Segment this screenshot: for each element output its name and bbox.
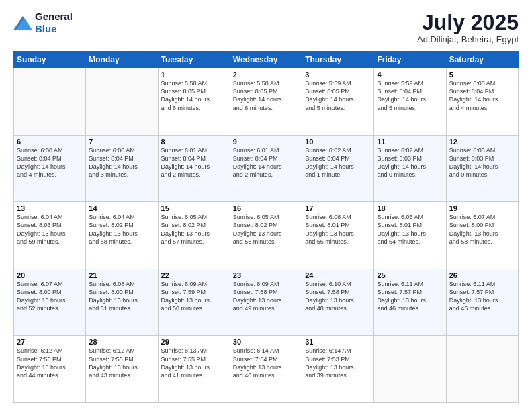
day-number: 4 [377,71,443,79]
cell-content: Sunrise: 6:05 AMSunset: 8:02 PMDaylight:… [161,213,227,246]
calendar-header-row: SundayMondayTuesdayWednesdayThursdayFrid… [14,52,519,68]
calendar-cell: 13Sunrise: 6:04 AMSunset: 8:03 PMDayligh… [14,202,86,269]
calendar-cell: 12Sunrise: 6:03 AMSunset: 8:03 PMDayligh… [446,135,518,202]
cell-content: Sunrise: 5:59 AMSunset: 8:05 PMDaylight:… [305,79,371,112]
calendar-cell: 14Sunrise: 6:04 AMSunset: 8:02 PMDayligh… [86,202,158,269]
cell-content: Sunrise: 6:04 AMSunset: 8:02 PMDaylight:… [89,213,154,246]
logo-icon [13,16,32,30]
calendar-week-4: 20Sunrise: 6:07 AMSunset: 8:00 PMDayligh… [14,269,519,336]
day-number: 26 [449,271,515,279]
month-title: July 2025 [417,11,519,34]
calendar-cell: 4Sunrise: 5:59 AMSunset: 8:04 PMDaylight… [374,68,446,136]
calendar-cell: 7Sunrise: 6:00 AMSunset: 8:04 PMDaylight… [86,135,158,202]
cell-content: Sunrise: 6:07 AMSunset: 8:00 PMDaylight:… [449,213,515,246]
calendar-header-sunday: Sunday [14,52,86,68]
day-number: 21 [89,271,154,279]
cell-content: Sunrise: 5:58 AMSunset: 8:05 PMDaylight:… [233,79,299,112]
day-number: 1 [161,71,227,79]
calendar-cell: 23Sunrise: 6:09 AMSunset: 7:58 PMDayligh… [230,269,302,336]
day-number: 13 [17,204,83,212]
calendar-header-friday: Friday [374,52,446,68]
calendar-cell: 21Sunrise: 6:08 AMSunset: 8:00 PMDayligh… [86,269,158,336]
cell-content: Sunrise: 6:07 AMSunset: 8:00 PMDaylight:… [17,280,83,313]
day-number: 27 [17,338,83,346]
cell-content: Sunrise: 6:00 AMSunset: 8:04 PMDaylight:… [449,79,515,112]
cell-content: Sunrise: 6:04 AMSunset: 8:03 PMDaylight:… [17,213,83,246]
calendar-cell: 10Sunrise: 6:02 AMSunset: 8:04 PMDayligh… [302,135,374,202]
day-number: 15 [161,204,227,212]
cell-content: Sunrise: 6:05 AMSunset: 8:02 PMDaylight:… [233,213,299,246]
day-number: 28 [89,338,154,346]
cell-content: Sunrise: 6:06 AMSunset: 8:01 PMDaylight:… [377,213,443,246]
cell-content: Sunrise: 6:09 AMSunset: 7:58 PMDaylight:… [233,280,299,313]
calendar-cell: 29Sunrise: 6:13 AMSunset: 7:55 PMDayligh… [158,336,230,403]
location: Ad Dilinjat, Beheira, Egypt [417,34,519,44]
logo-text-blue: Blue [35,23,57,34]
day-number: 23 [233,271,299,279]
calendar-cell [86,68,158,136]
cell-content: Sunrise: 6:12 AMSunset: 7:56 PMDaylight:… [17,347,83,379]
day-number: 19 [449,204,515,212]
calendar-cell: 24Sunrise: 6:10 AMSunset: 7:58 PMDayligh… [302,269,374,336]
cell-content: Sunrise: 5:59 AMSunset: 8:04 PMDaylight:… [377,79,443,112]
calendar-header-saturday: Saturday [446,52,518,68]
cell-content: Sunrise: 6:06 AMSunset: 8:01 PMDaylight:… [305,213,371,246]
cell-content: Sunrise: 6:09 AMSunset: 7:59 PMDaylight:… [161,280,227,313]
calendar-cell: 25Sunrise: 6:11 AMSunset: 7:57 PMDayligh… [374,269,446,336]
cell-content: Sunrise: 6:01 AMSunset: 8:04 PMDaylight:… [233,146,299,179]
calendar-cell [14,68,86,136]
calendar-cell: 5Sunrise: 6:00 AMSunset: 8:04 PMDaylight… [446,68,518,136]
cell-content: Sunrise: 6:02 AMSunset: 8:03 PMDaylight:… [377,146,443,179]
cell-content: Sunrise: 6:01 AMSunset: 8:04 PMDaylight:… [161,146,227,179]
calendar-week-2: 6Sunrise: 6:00 AMSunset: 8:04 PMDaylight… [14,135,519,202]
calendar-week-5: 27Sunrise: 6:12 AMSunset: 7:56 PMDayligh… [14,336,519,403]
day-number: 16 [233,204,299,212]
calendar-cell: 11Sunrise: 6:02 AMSunset: 8:03 PMDayligh… [374,135,446,202]
cell-content: Sunrise: 6:02 AMSunset: 8:04 PMDaylight:… [305,146,371,179]
cell-content: Sunrise: 6:11 AMSunset: 7:57 PMDaylight:… [377,280,443,313]
cell-content: Sunrise: 6:13 AMSunset: 7:55 PMDaylight:… [161,347,227,379]
day-number: 30 [233,338,299,346]
calendar-cell [374,336,446,403]
cell-content: Sunrise: 6:14 AMSunset: 7:53 PMDaylight:… [305,347,371,379]
cell-content: Sunrise: 6:08 AMSunset: 8:00 PMDaylight:… [89,280,154,313]
logo-text-general: General [35,11,73,22]
page: General Blue July 2025 Ad Dilinjat, Behe… [0,0,532,411]
calendar-table: SundayMondayTuesdayWednesdayThursdayFrid… [13,51,519,403]
cell-content: Sunrise: 5:58 AMSunset: 8:05 PMDaylight:… [161,79,227,112]
cell-content: Sunrise: 6:10 AMSunset: 7:58 PMDaylight:… [305,280,371,313]
day-number: 14 [89,204,154,212]
calendar-cell [446,336,518,403]
day-number: 6 [17,138,83,146]
day-number: 7 [89,138,154,146]
day-number: 31 [305,338,371,346]
day-number: 5 [449,71,515,79]
day-number: 3 [305,71,371,79]
cell-content: Sunrise: 6:11 AMSunset: 7:57 PMDaylight:… [449,280,515,313]
calendar-cell: 31Sunrise: 6:14 AMSunset: 7:53 PMDayligh… [302,336,374,403]
title-block: July 2025 Ad Dilinjat, Beheira, Egypt [417,11,519,44]
calendar-cell: 22Sunrise: 6:09 AMSunset: 7:59 PMDayligh… [158,269,230,336]
day-number: 11 [377,138,443,146]
calendar-cell: 2Sunrise: 5:58 AMSunset: 8:05 PMDaylight… [230,68,302,136]
day-number: 17 [305,204,371,212]
day-number: 24 [305,271,371,279]
calendar-cell: 27Sunrise: 6:12 AMSunset: 7:56 PMDayligh… [14,336,86,403]
calendar-cell: 6Sunrise: 6:00 AMSunset: 8:04 PMDaylight… [14,135,86,202]
calendar-cell: 16Sunrise: 6:05 AMSunset: 8:02 PMDayligh… [230,202,302,269]
day-number: 2 [233,71,299,79]
calendar-header-monday: Monday [86,52,158,68]
calendar-cell: 19Sunrise: 6:07 AMSunset: 8:00 PMDayligh… [446,202,518,269]
calendar-cell: 30Sunrise: 6:14 AMSunset: 7:54 PMDayligh… [230,336,302,403]
calendar-cell: 18Sunrise: 6:06 AMSunset: 8:01 PMDayligh… [374,202,446,269]
calendar-cell: 1Sunrise: 5:58 AMSunset: 8:05 PMDaylight… [158,68,230,136]
cell-content: Sunrise: 6:14 AMSunset: 7:54 PMDaylight:… [233,347,299,379]
day-number: 9 [233,138,299,146]
day-number: 22 [161,271,227,279]
calendar-cell: 8Sunrise: 6:01 AMSunset: 8:04 PMDaylight… [158,135,230,202]
calendar-cell: 20Sunrise: 6:07 AMSunset: 8:00 PMDayligh… [14,269,86,336]
day-number: 10 [305,138,371,146]
calendar-cell: 9Sunrise: 6:01 AMSunset: 8:04 PMDaylight… [230,135,302,202]
calendar-cell: 3Sunrise: 5:59 AMSunset: 8:05 PMDaylight… [302,68,374,136]
calendar-week-3: 13Sunrise: 6:04 AMSunset: 8:03 PMDayligh… [14,202,519,269]
